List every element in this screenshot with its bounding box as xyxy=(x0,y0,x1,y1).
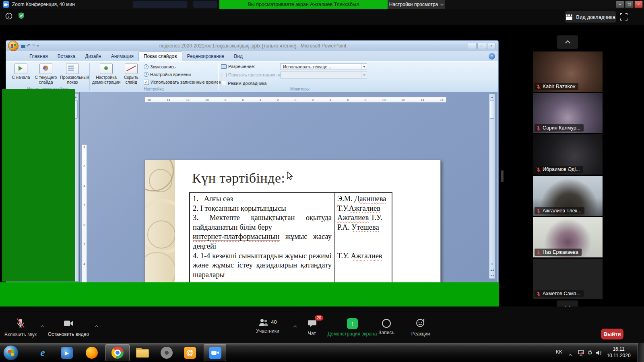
taskbar-clock[interactable]: 16:11 10.11.2020 xyxy=(604,346,634,359)
sidebar-collapse-up-button[interactable] xyxy=(557,35,578,49)
windows-logo-icon xyxy=(3,345,19,360)
sidebar-resize-handle[interactable] xyxy=(501,170,504,182)
ppt-maximize-button[interactable]: □ xyxy=(477,43,486,49)
setup-show-button[interactable]: Настройка демонстрации xyxy=(92,63,120,84)
agenda-speakers-cell: Э.М. Дакишева Т.У.Ажгалиев Ажгалиев Т.У.… xyxy=(335,193,392,283)
from-beginning-button[interactable]: С начала xyxy=(8,63,33,80)
next-slide-icon[interactable]: ▼▼ xyxy=(489,273,495,278)
show-on-icon xyxy=(221,73,227,77)
volume-icon[interactable] xyxy=(595,350,601,356)
hide-slide-button[interactable]: Скрыть слайд xyxy=(121,63,141,84)
redo-icon[interactable]: ↷ xyxy=(32,43,36,49)
meeting-title: Zoom Конференция, 40 мин xyxy=(12,2,75,7)
ppt-minimize-button[interactable]: – xyxy=(468,43,477,49)
language-indicator[interactable]: KK xyxy=(556,349,562,355)
record-button[interactable]: Запись xyxy=(372,319,400,335)
taskbar-internet-explorer[interactable]: e xyxy=(34,344,52,361)
scroll-up-icon[interactable]: ▲ xyxy=(489,94,495,100)
powerpoint-title-bar[interactable]: ↶ ↷ ▾ педкенес 2020-2021жж 1тоқсан.жылды… xyxy=(6,41,498,51)
slide-scrollbar[interactable]: ▲ ▼ ▲▲ ▼▼ xyxy=(489,94,495,279)
custom-show-button[interactable]: Произвольный показ xyxy=(60,63,85,84)
video-options-chevron[interactable] xyxy=(95,323,98,330)
rehearse-timings-button[interactable]: Настройка времени xyxy=(144,71,191,78)
video-tile[interactable]: Сария Калмур... xyxy=(533,93,603,133)
video-tile[interactable]: Наз Ержакаева xyxy=(533,217,603,257)
tab-view[interactable]: Вид xyxy=(229,52,248,61)
taskbar-explorer[interactable] xyxy=(134,344,151,361)
taskbar-movie-app[interactable] xyxy=(158,344,175,361)
resolution-dropdown[interactable]: Использовать текуще... xyxy=(281,63,367,70)
group-label-monitors: Мониторы xyxy=(219,87,380,91)
zoom-app-icon xyxy=(3,1,9,8)
agenda-line: 4. 1-4 кезекші сыныптардын жұмыс режимі xyxy=(193,251,332,261)
tab-slideshow[interactable]: Показ слайдов xyxy=(138,51,182,61)
record-narration-button[interactable]: Звукозапись xyxy=(144,64,175,70)
security-shield-icon[interactable] xyxy=(18,12,25,19)
leave-button[interactable]: Выйти xyxy=(601,329,623,339)
previous-slide-icon[interactable]: ▲▲ xyxy=(489,267,495,273)
clock-time: 16:11 xyxy=(604,346,634,352)
speaker-view-button[interactable]: Вид докладчика xyxy=(565,11,616,23)
undo-icon[interactable]: ↶ xyxy=(27,43,31,49)
participant-name: Сария Калмур... xyxy=(543,125,580,131)
power-plug-icon[interactable] xyxy=(587,350,593,356)
office-logo-icon xyxy=(11,44,16,48)
participant-label: Наз Ержакаева xyxy=(535,249,582,256)
chat-button[interactable]: Чат 20 xyxy=(300,319,324,336)
presenter-view-checkbox[interactable]: Режим докладчика xyxy=(221,80,266,86)
ppt-close-button[interactable]: × xyxy=(487,43,496,49)
taskbar-media-player[interactable]: ▶ xyxy=(58,344,76,361)
ribbon-tab-bar: Главная Вставка Дизайн Анимация Показ сл… xyxy=(6,51,498,61)
agenda-items-cell: 1. Алғы сөз 2. I тоқсаннын қорытындысы 3… xyxy=(190,193,335,283)
taskbar-zoom[interactable] xyxy=(204,344,226,361)
stop-video-button[interactable]: Остановить видео xyxy=(44,319,93,337)
restore-button[interactable]: □ xyxy=(625,1,634,8)
minimize-button[interactable]: – xyxy=(616,1,624,8)
agenda-line: интернет-платформасынын жұмыс жасау xyxy=(193,232,332,242)
muted-mic-icon xyxy=(537,291,541,296)
use-timings-checkbox[interactable]: Использовать записанные времена xyxy=(144,79,224,85)
save-icon[interactable] xyxy=(21,44,25,48)
audio-options-chevron[interactable] xyxy=(41,323,43,330)
scroll-down-icon[interactable]: ▼ xyxy=(489,261,495,267)
taskbar-firefox[interactable] xyxy=(83,344,101,361)
taskbar-chrome[interactable] xyxy=(105,344,130,361)
tab-animations[interactable]: Анимация xyxy=(106,52,138,61)
tab-review[interactable]: Рецензирование xyxy=(182,52,229,61)
tab-insert[interactable]: Вставка xyxy=(53,52,80,61)
dropdown-arrow-icon xyxy=(361,64,367,70)
participants-count: 40 xyxy=(271,319,277,325)
tab-home[interactable]: Главная xyxy=(25,52,53,61)
mouse-cursor xyxy=(286,171,294,180)
scrollbar-thumb[interactable] xyxy=(490,100,494,119)
ribbon-group-start-slideshow: С начала С текущего слайда Произвольный … xyxy=(8,62,88,92)
muted-mic-icon xyxy=(537,84,541,89)
reactions-button[interactable]: Реакции xyxy=(405,318,437,337)
help-icon[interactable]: ? xyxy=(489,53,495,60)
windows-taskbar: e ▶ @ KK 16:11 10.11 xyxy=(0,343,644,362)
network-status-icon[interactable] xyxy=(578,350,584,356)
video-tile[interactable]: Ажгалиев Тлек... xyxy=(533,176,603,216)
close-button[interactable]: × xyxy=(634,1,643,8)
video-tile[interactable]: Ахметов Сама... xyxy=(533,259,603,299)
start-button[interactable] xyxy=(3,344,19,361)
viewing-share-banner: Вы просматриваете экран Ажгалиев Тлеккаб… xyxy=(219,0,388,9)
office-button[interactable] xyxy=(8,41,19,51)
show-desktop-button[interactable] xyxy=(638,343,644,362)
pane-divider[interactable] xyxy=(79,92,80,283)
firefox-icon xyxy=(86,347,98,359)
video-tile[interactable]: Ибраимов Әді... xyxy=(533,134,603,175)
tray-expand-chevron[interactable] xyxy=(569,351,572,358)
participants-button[interactable]: 40 Участники xyxy=(246,318,290,334)
taskbar-mail[interactable]: @ xyxy=(181,344,199,361)
participants-chevron[interactable] xyxy=(294,323,296,330)
view-options-button[interactable]: Настройки просмотра xyxy=(388,0,445,9)
from-current-slide-button[interactable]: С текущего слайда xyxy=(33,63,58,84)
unmute-button[interactable]: Включить звук xyxy=(2,318,39,337)
speaker-view-label: Вид докладчика xyxy=(576,14,615,20)
tab-design[interactable]: Дизайн xyxy=(80,52,106,61)
video-tile[interactable]: Kabir Razakov xyxy=(533,51,603,92)
info-icon[interactable] xyxy=(5,12,12,20)
show-on-label-row: Показать презентацию на: xyxy=(221,72,283,78)
fullscreen-icon[interactable] xyxy=(620,13,627,21)
